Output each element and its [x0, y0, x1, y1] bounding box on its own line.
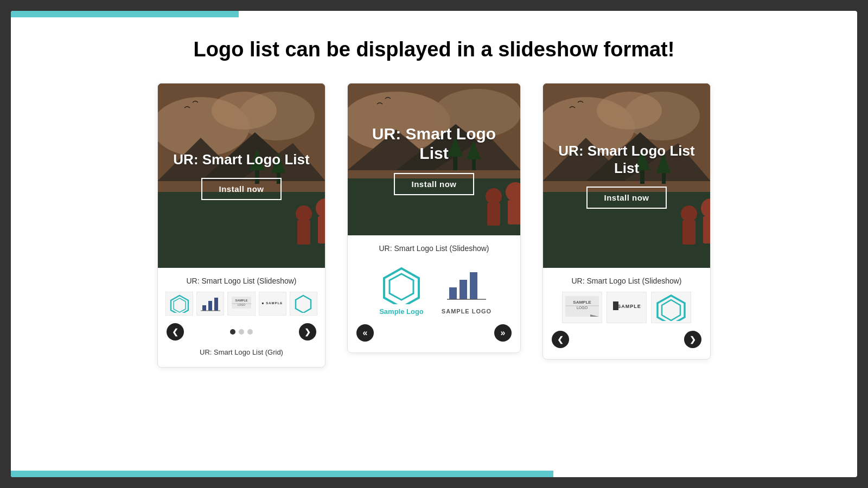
- card-right-subtitle: UR: Smart Logo List (Slideshow): [551, 277, 703, 285]
- logo-thumb-2: SamPle Logo: [196, 292, 224, 316]
- svg-text:SAMPLE: SAMPLE: [617, 304, 641, 309]
- logo-thumb-4: ■ SAMPLE: [259, 292, 286, 316]
- dot-3: [247, 329, 253, 335]
- logo-label-2: SamPle Logo: [442, 308, 492, 314]
- card-middle-subtitle: UR: Smart Logo List (Slideshow): [355, 244, 513, 253]
- card-right: UR: Smart Logo List List Install now UR:…: [542, 83, 711, 359]
- logo-thumb-3: SAMPLE LOGO: [227, 292, 255, 316]
- card-left-next-btn[interactable]: ❯: [299, 323, 316, 341]
- card-middle-nav: « »: [355, 322, 513, 344]
- svg-marker-17: [174, 298, 186, 312]
- logo-right-2: SAMPLE: [607, 292, 647, 323]
- svg-rect-19: [202, 305, 206, 311]
- card-right-install-btn[interactable]: Install now: [586, 187, 666, 209]
- svg-rect-20: [208, 301, 212, 311]
- card-right-body: UR: Smart Logo List (Slideshow) SAMPLE L…: [543, 268, 710, 359]
- card-left-body: UR: Smart Logo List (Slideshow) Sample L…: [158, 268, 325, 367]
- logo-thumb-1: Sample Logo: [165, 292, 193, 316]
- logo-big-2: SamPle Logo: [437, 264, 496, 318]
- card-left-dots: [230, 329, 253, 335]
- card-left-subtitle: UR: Smart Logo List (Slideshow): [165, 277, 317, 285]
- page-title: Logo list can be displayed in a slidesho…: [194, 38, 675, 61]
- card-middle-title: UR: Smart Logo List: [359, 124, 509, 163]
- card-middle-install-btn[interactable]: Install now: [394, 173, 474, 195]
- svg-marker-76: [662, 300, 680, 320]
- svg-marker-29: [296, 296, 311, 313]
- card-left-nav: ❮ ❯: [165, 321, 317, 343]
- card-middle-next-btn[interactable]: »: [494, 324, 512, 342]
- page-wrapper: Logo list can be displayed in a slidesho…: [11, 11, 857, 477]
- card-left-footer: UR: Smart Logo List (Grid): [165, 343, 317, 358]
- card-left-install-btn[interactable]: Install now: [201, 178, 281, 200]
- svg-rect-50: [470, 272, 477, 299]
- card-right-nav: ❮ ❯: [551, 329, 703, 350]
- card-right-next-btn[interactable]: ❯: [684, 331, 701, 348]
- card-middle-overlay: UR: Smart Logo List Install now: [348, 84, 520, 235]
- logo-big-1: Sample Logo: [372, 264, 431, 318]
- card-right-hero: UR: Smart Logo List List Install now: [543, 84, 710, 268]
- card-right-logo-strip: SAMPLE LOGO SAMPLE: [551, 292, 703, 323]
- card-right-title: UR: Smart Logo List List: [554, 143, 699, 176]
- svg-rect-48: [449, 287, 457, 299]
- card-left: UR: Smart Logo List Install now UR: Smar…: [157, 83, 326, 368]
- card-middle-hero: UR: Smart Logo List Install now: [348, 84, 520, 235]
- svg-text:■ SAMPLE: ■ SAMPLE: [262, 301, 283, 305]
- card-left-overlay: UR: Smart Logo List Install now: [158, 84, 325, 268]
- svg-marker-47: [390, 274, 413, 300]
- logo-right-1: SAMPLE LOGO: [562, 292, 602, 323]
- logo-label-1: Sample Logo: [379, 307, 424, 316]
- cards-row: UR: Smart Logo List Install now UR: Smar…: [157, 83, 711, 368]
- svg-text:SAMPLE: SAMPLE: [573, 300, 591, 305]
- card-right-prev-btn[interactable]: ❮: [552, 331, 569, 348]
- logo-thumb-5: Sample I: [290, 292, 317, 316]
- logo-right-3: Sample Logo: [651, 292, 691, 323]
- card-left-hero: UR: Smart Logo List Install now: [158, 84, 325, 268]
- card-left-logo-strip: Sample Logo SamPle Logo: [165, 292, 317, 316]
- card-left-title: UR: Smart Logo List: [173, 151, 309, 168]
- dot-1: [230, 329, 235, 335]
- card-middle-logo-display: Sample Logo SamPle Logo: [355, 259, 513, 322]
- card-left-prev-btn[interactable]: ❮: [167, 323, 184, 341]
- svg-rect-21: [214, 298, 218, 311]
- card-middle-prev-btn[interactable]: «: [356, 324, 374, 342]
- card-right-overlay: UR: Smart Logo List List Install now: [543, 84, 710, 268]
- svg-text:SAMPLE: SAMPLE: [235, 299, 248, 302]
- card-middle: UR: Smart Logo List Install now UR: Smar…: [347, 83, 521, 353]
- card-middle-body: UR: Smart Logo List (Slideshow) Sample L…: [348, 235, 520, 352]
- dot-2: [239, 329, 244, 335]
- svg-rect-49: [459, 280, 467, 299]
- svg-text:LOGO: LOGO: [577, 306, 588, 310]
